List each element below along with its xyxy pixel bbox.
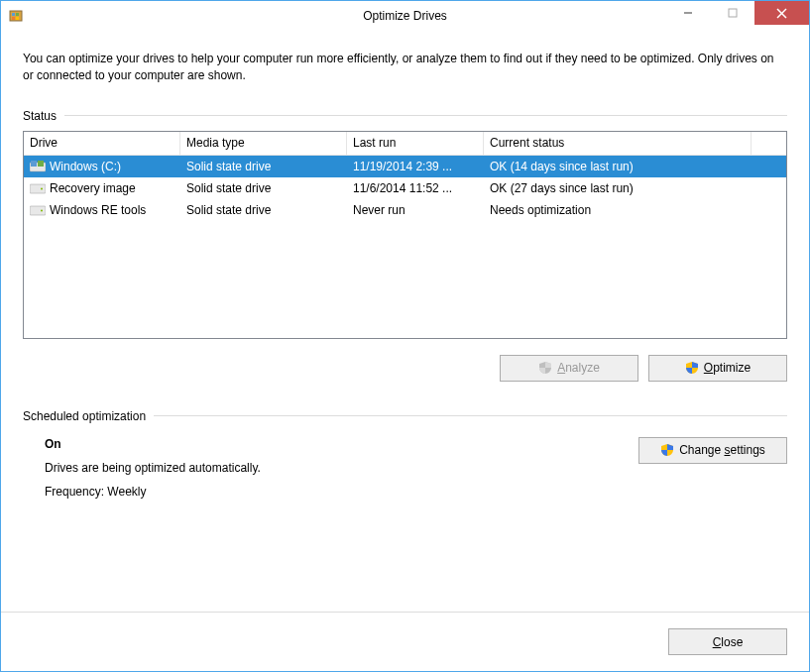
cell-media: Solid state drive bbox=[180, 181, 347, 195]
cell-media: Solid state drive bbox=[180, 160, 347, 173]
scheduled-desc: Drives are being optimized automatically… bbox=[45, 461, 261, 475]
table-header: Drive Media type Last run Current status bbox=[24, 132, 786, 156]
drive-icon bbox=[30, 182, 46, 194]
scheduled-state: On bbox=[45, 437, 261, 451]
cell-status: OK (14 days since last run) bbox=[484, 160, 752, 173]
intro-text: You can optimize your drives to help you… bbox=[23, 51, 787, 85]
cell-status: Needs optimization bbox=[484, 203, 752, 217]
separator-line bbox=[64, 115, 787, 116]
svg-point-13 bbox=[41, 187, 43, 189]
analyze-button[interactable]: Analyze bbox=[500, 355, 638, 382]
table-body: Windows (C:)Solid state drive11/19/2014 … bbox=[24, 156, 786, 221]
svg-rect-1 bbox=[12, 13, 15, 16]
svg-rect-12 bbox=[30, 184, 46, 193]
status-section-header: Status bbox=[23, 109, 787, 123]
scheduled-label: Scheduled optimization bbox=[23, 409, 146, 423]
cell-last-run: 11/19/2014 2:39 ... bbox=[347, 160, 484, 173]
change-settings-label: Change settings bbox=[679, 443, 765, 457]
drive-name: Windows RE tools bbox=[50, 203, 146, 217]
cell-drive: Recovery image bbox=[24, 181, 180, 195]
scheduled-text: On Drives are being optimized automatica… bbox=[45, 437, 261, 508]
svg-rect-6 bbox=[729, 9, 737, 17]
svg-rect-4 bbox=[16, 17, 19, 20]
svg-rect-11 bbox=[38, 161, 44, 167]
optimize-drives-window: Optimize Drives You can optimize your dr… bbox=[0, 0, 810, 672]
table-row[interactable]: Windows RE toolsSolid state driveNever r… bbox=[24, 199, 786, 221]
content-area: You can optimize your drives to help you… bbox=[1, 31, 809, 528]
close-label: Close bbox=[713, 635, 744, 649]
titlebar: Optimize Drives bbox=[1, 1, 809, 31]
cell-drive: Windows (C:) bbox=[24, 160, 180, 173]
cell-last-run: Never run bbox=[347, 203, 484, 217]
col-last-run[interactable]: Last run bbox=[347, 132, 484, 155]
close-window-button[interactable] bbox=[754, 1, 809, 25]
svg-rect-10 bbox=[31, 161, 37, 167]
window-controls bbox=[665, 1, 809, 25]
maximize-button[interactable] bbox=[710, 1, 754, 25]
svg-rect-14 bbox=[30, 206, 46, 215]
col-media[interactable]: Media type bbox=[180, 132, 347, 155]
action-buttons: Analyze Optimize bbox=[23, 355, 787, 382]
cell-last-run: 11/6/2014 11:52 ... bbox=[347, 181, 484, 195]
cell-status: OK (27 days since last run) bbox=[484, 181, 752, 195]
status-label: Status bbox=[23, 109, 57, 123]
scheduled-body: On Drives are being optimized automatica… bbox=[23, 427, 787, 508]
cell-drive: Windows RE tools bbox=[24, 203, 180, 217]
scheduled-section-header: Scheduled optimization bbox=[23, 409, 787, 423]
drives-table: Drive Media type Last run Current status… bbox=[23, 131, 787, 339]
drive-name: Windows (C:) bbox=[50, 160, 121, 173]
shield-icon bbox=[538, 361, 552, 375]
svg-point-15 bbox=[41, 209, 43, 211]
table-row[interactable]: Recovery imageSolid state drive11/6/2014… bbox=[24, 177, 786, 199]
shield-icon bbox=[660, 443, 674, 457]
table-row[interactable]: Windows (C:)Solid state drive11/19/2014 … bbox=[24, 156, 786, 177]
change-settings-button[interactable]: Change settings bbox=[638, 437, 787, 464]
scheduled-frequency: Frequency: Weekly bbox=[45, 485, 261, 499]
col-drive[interactable]: Drive bbox=[24, 132, 180, 155]
separator-line bbox=[154, 415, 787, 416]
optimize-button[interactable]: Optimize bbox=[648, 355, 787, 382]
drive-icon bbox=[30, 161, 46, 172]
svg-rect-2 bbox=[16, 13, 19, 16]
scheduled-section: Scheduled optimization On Drives are bei… bbox=[23, 409, 787, 508]
shield-icon bbox=[685, 361, 699, 375]
bottom-bar: Close bbox=[1, 612, 809, 671]
analyze-label: Analyze bbox=[557, 361, 600, 375]
col-status[interactable]: Current status bbox=[484, 132, 752, 155]
close-button[interactable]: Close bbox=[668, 628, 787, 655]
minimize-button[interactable] bbox=[665, 1, 710, 25]
cell-media: Solid state drive bbox=[180, 203, 347, 217]
drive-name: Recovery image bbox=[50, 181, 136, 195]
optimize-label: Optimize bbox=[704, 361, 751, 375]
svg-rect-3 bbox=[12, 17, 15, 20]
app-icon bbox=[9, 8, 25, 24]
drive-icon bbox=[30, 204, 46, 216]
